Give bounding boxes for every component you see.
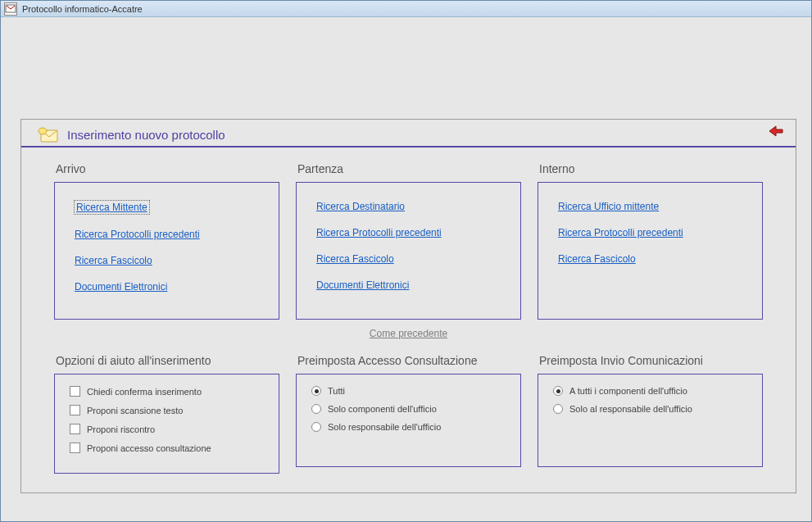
card-heading: Inserimento nuovo protocollo — [67, 128, 225, 142]
radio-icon — [311, 422, 321, 432]
column-title-partenza: Partenza — [297, 162, 521, 175]
checkbox-proponi-accesso[interactable]: Proponi accesso consultazione — [70, 443, 264, 453]
radio-solo-responsabile[interactable]: Solo responsabile dell'ufficio — [311, 422, 506, 432]
radio-tutti[interactable]: Tutti — [311, 386, 506, 396]
column-title-interno: Interno — [539, 162, 763, 175]
checkbox-icon — [70, 405, 80, 415]
link-ricerca-fascicolo-partenza[interactable]: Ricerca Fascicolo — [316, 253, 394, 265]
group-preinvio: A tutti i componenti dell'ufficio Solo a… — [538, 374, 763, 467]
content-area: Inserimento nuovo protocollo Arrivo Rice… — [1, 17, 811, 521]
column-partenza: Partenza Ricerca Destinatario Ricerca Pr… — [296, 162, 521, 320]
radio-label: Tutti — [328, 386, 345, 396]
link-ricerca-mittente[interactable]: Ricerca Mittente — [75, 201, 149, 214]
radio-icon — [311, 386, 321, 396]
link-documenti-elettronici-arrivo[interactable]: Documenti Elettronici — [75, 281, 167, 293]
card-header: Inserimento nuovo protocollo — [21, 120, 796, 148]
group-partenza: Ricerca Destinatario Ricerca Protocolli … — [296, 182, 521, 320]
group-preaccesso: Tutti Solo componenti dell'ufficio Solo … — [296, 374, 521, 467]
app-icon — [4, 2, 17, 16]
checkbox-icon — [70, 443, 80, 453]
inner-panel: Inserimento nuovo protocollo Arrivo Rice… — [6, 22, 806, 516]
column-interno: Interno Ricerca Ufficio mittente Ricerca… — [538, 162, 763, 320]
checkbox-icon — [70, 386, 80, 397]
bottom-columns: Opzioni di aiuto all'inserimento Chiedi … — [21, 354, 796, 474]
svg-point-3 — [39, 128, 47, 134]
link-ricerca-protocolli-precedenti-arrivo[interactable]: Ricerca Protocolli precedenti — [75, 229, 200, 240]
group-interno: Ricerca Ufficio mittente Ricerca Protoco… — [538, 182, 763, 320]
radio-label: Solo responsabile dell'ufficio — [328, 422, 441, 432]
checkbox-proponi-scansione[interactable]: Proponi scansione testo — [70, 405, 264, 415]
radio-solo-componenti[interactable]: Solo componenti dell'ufficio — [311, 404, 506, 414]
envelope-icon — [38, 126, 59, 143]
radio-label: A tutti i componenti dell'ufficio — [569, 386, 687, 396]
column-arrivo: Arrivo Ricerca Mittente Ricerca Protocol… — [54, 162, 279, 320]
radio-icon — [553, 386, 563, 396]
center-link-row: Come precedente — [21, 320, 796, 354]
checkbox-icon — [70, 424, 80, 434]
link-ricerca-destinatario[interactable]: Ricerca Destinatario — [316, 201, 405, 212]
window-title: Protocollo informatico-Accatre — [22, 4, 143, 14]
column-title-opzioni: Opzioni di aiuto all'inserimento — [56, 354, 279, 367]
checkbox-proponi-riscontro[interactable]: Proponi riscontro — [70, 424, 264, 434]
link-come-precedente[interactable]: Come precedente — [370, 328, 447, 339]
checkbox-label: Proponi accesso consultazione — [87, 443, 211, 453]
column-preinvio: Preimposta Invio Comunicazioni A tutti i… — [538, 354, 763, 474]
radio-label: Solo al responsabile dell'ufficio — [569, 404, 692, 414]
top-columns: Arrivo Ricerca Mittente Ricerca Protocol… — [21, 162, 796, 320]
titlebar: Protocollo informatico-Accatre — [1, 1, 811, 17]
checkbox-label: Chiedi conferma inserimento — [87, 387, 202, 397]
radio-icon — [553, 404, 563, 414]
app-window: Protocollo informatico-Accatre Inserimen… — [0, 0, 812, 522]
link-ricerca-ufficio-mittente[interactable]: Ricerca Ufficio mittente — [558, 201, 659, 212]
column-opzioni: Opzioni di aiuto all'inserimento Chiedi … — [54, 354, 279, 474]
column-title-preaccesso: Preimposta Accesso Consultazione — [297, 354, 521, 367]
link-ricerca-protocolli-precedenti-partenza[interactable]: Ricerca Protocolli precedenti — [316, 227, 442, 238]
group-opzioni: Chiedi conferma inserimento Proponi scan… — [54, 374, 279, 474]
radio-a-tutti[interactable]: A tutti i componenti dell'ufficio — [553, 386, 747, 396]
radio-icon — [311, 404, 321, 414]
column-title-preinvio: Preimposta Invio Comunicazioni — [539, 354, 763, 367]
group-arrivo: Ricerca Mittente Ricerca Protocolli prec… — [54, 182, 279, 320]
checkbox-label: Proponi scansione testo — [87, 406, 183, 415]
column-preaccesso: Preimposta Accesso Consultazione Tutti S… — [296, 354, 521, 474]
link-ricerca-fascicolo-interno[interactable]: Ricerca Fascicolo — [558, 253, 636, 265]
main-card: Inserimento nuovo protocollo Arrivo Rice… — [20, 119, 796, 493]
radio-label: Solo componenti dell'ufficio — [328, 404, 437, 414]
back-arrow-icon[interactable] — [768, 125, 786, 139]
link-documenti-elettronici-partenza[interactable]: Documenti Elettronici — [316, 279, 409, 291]
radio-solo-responsabile-invio[interactable]: Solo al responsabile dell'ufficio — [553, 404, 747, 414]
column-title-arrivo: Arrivo — [56, 162, 279, 175]
checkbox-label: Proponi riscontro — [87, 424, 155, 434]
checkbox-chiedi-conferma[interactable]: Chiedi conferma inserimento — [70, 386, 264, 397]
link-ricerca-protocolli-precedenti-interno[interactable]: Ricerca Protocolli precedenti — [558, 227, 683, 238]
link-ricerca-fascicolo-arrivo[interactable]: Ricerca Fascicolo — [75, 255, 152, 266]
